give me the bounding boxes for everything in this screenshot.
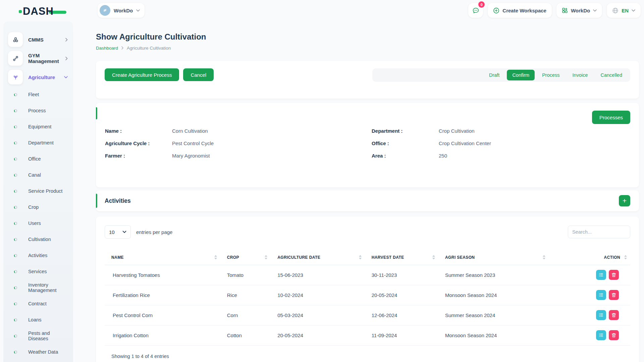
detail-row: Farmer : Mary Agronomist [105,152,372,159]
delete-button[interactable] [609,270,619,280]
sidebar-subitem[interactable]: Cultivation [8,231,70,247]
view-details-button[interactable] [596,290,606,300]
bullet-icon [8,302,23,306]
bullet-icon [8,286,23,290]
sidebar-subitem[interactable]: Canal [8,167,70,183]
bullet-icon [8,189,23,193]
sidebar-item-gym-management[interactable]: GYM Management [8,49,70,68]
list-icon [599,273,603,277]
create-agriculture-process-button[interactable]: Create Agriculture Process [105,68,179,81]
add-activity-button[interactable]: + [619,195,630,206]
sidebar-subitem[interactable]: Loans [8,312,70,328]
column-label: AGRI SEASON [445,255,475,260]
status-tab[interactable]: Confirm [507,70,535,80]
sidebar: CMMS GYM Management Agriculture Fleet [3,21,73,362]
chevron-down-icon [122,231,126,233]
status-tab[interactable]: Cancelled [595,70,628,80]
bullet-icon [8,125,23,129]
breadcrumb-separator-icon [121,46,123,50]
trash-icon [611,313,616,317]
table-column-header[interactable]: HARVEST DATE [365,250,438,265]
view-details-button[interactable] [596,330,606,340]
table-row: Irrigation Cotton Cotton 20-05-2024 11-0… [105,325,630,345]
detail-value: Crop Cultivation Center [439,140,491,147]
dash-logo[interactable]: DASH [19,5,66,17]
sidebar-subitem[interactable]: Crop [8,199,70,215]
table-column-header[interactable]: CROP [220,250,271,265]
status-tab[interactable]: Invoice [567,70,593,80]
cell-harvest-date: 30-11-2023 [365,265,438,285]
sidebar-subitem[interactable]: Fleet [8,86,70,103]
delete-button[interactable] [609,290,619,300]
breadcrumb-current: Agriculture Cultivation [127,46,171,51]
detail-label: Name : [105,127,172,134]
sidebar-subitem[interactable]: Equipment [8,119,70,135]
cmms-icon [8,32,23,47]
cell-name: Fertilization Rice [105,285,220,305]
cell-agriculture-date: 05-03-2024 [271,305,365,325]
bullet-icon [8,109,23,113]
cell-actions [549,305,630,325]
table-column-header[interactable]: AGRICULTURE DATE [271,250,365,265]
cell-name: Harvesting Tomatoes [105,265,220,285]
column-label: ACTION [604,255,620,260]
sidebar-subitem-label: Process [28,108,46,113]
search-input[interactable] [568,226,630,238]
sidebar-subitem[interactable]: Weather Data [8,344,70,360]
details-grid: Name : Corn Cultivation Agriculture Cycl… [105,127,630,165]
sidebar-subitem-label: Contract [28,301,47,306]
column-label: HARVEST DATE [372,255,404,260]
column-label: NAME [111,255,124,260]
table-column-header[interactable]: NAME [105,250,220,265]
detail-value: Pest Control Cycle [172,140,214,147]
view-details-button[interactable] [596,270,606,280]
list-icon [599,313,603,317]
chevron-right-icon [65,57,68,60]
delete-button[interactable] [609,330,619,340]
status-tabs: Draft Confirm Process Invoice Cancelled [372,68,630,82]
entries-per-page-select[interactable]: 10 [105,225,131,239]
list-icon [599,333,603,338]
sidebar-subitem[interactable]: Services [8,263,70,280]
sidebar-subitem[interactable]: Inventory Management [8,280,70,296]
table-column-header[interactable]: AGRI SEASON [438,250,549,265]
breadcrumb-dashboard-link[interactable]: Dashboard [96,46,118,51]
sidebar-subitem-label: Department [28,140,54,145]
sidebar-subitem-label: Crop [28,204,39,210]
sidebar-subitem-label: Canal [28,172,41,178]
sort-icon [543,255,545,259]
entries-per-page-value: 10 [109,229,115,235]
processes-button[interactable]: Processes [592,111,630,124]
sidebar-subitem[interactable]: Pests and Diseases [8,328,70,344]
cell-crop: Cotton [220,325,271,345]
sidebar-subitem[interactable]: Office [8,151,70,167]
cell-name: Irrigation Cotton [105,325,220,345]
bullet-icon [8,157,23,161]
status-tab[interactable]: Draft [484,70,505,80]
sidebar-subitem[interactable]: Activities [8,247,70,263]
table-controls: 10 entries per page [105,225,630,239]
sidebar-item-cmms[interactable]: CMMS [8,30,70,49]
cell-crop: Rice [220,285,271,305]
delete-button[interactable] [609,310,619,320]
sidebar-item-agriculture[interactable]: Agriculture [8,68,70,86]
cell-actions [549,285,630,305]
detail-value: 250 [439,152,447,159]
cancel-button[interactable]: Cancel [183,68,214,81]
table-summary: Showing 1 to 4 of 4 entries [105,354,630,359]
cell-harvest-date: 20-05-2024 [365,285,438,305]
sidebar-subitem[interactable]: Department [8,135,70,151]
details-right-column: Department : Crop Cultivation Office : C… [372,127,630,165]
entries-per-page-label: entries per page [136,229,172,235]
detail-value: Mary Agronomist [172,152,210,159]
sidebar-subitem[interactable]: Users [8,215,70,231]
status-tab[interactable]: Process [537,70,565,80]
detail-row: Name : Corn Cultivation [105,127,372,134]
table-column-header[interactable]: ACTION [549,250,630,265]
sidebar-subitem[interactable]: Service Product [8,183,70,199]
detail-label: Agriculture Cycle : [105,140,172,147]
view-details-button[interactable] [596,310,606,320]
sidebar-subitem[interactable]: Contract [8,296,70,312]
cell-agri-season: Summer Season 2023 [438,265,549,285]
sidebar-subitem[interactable]: Process [8,103,70,119]
